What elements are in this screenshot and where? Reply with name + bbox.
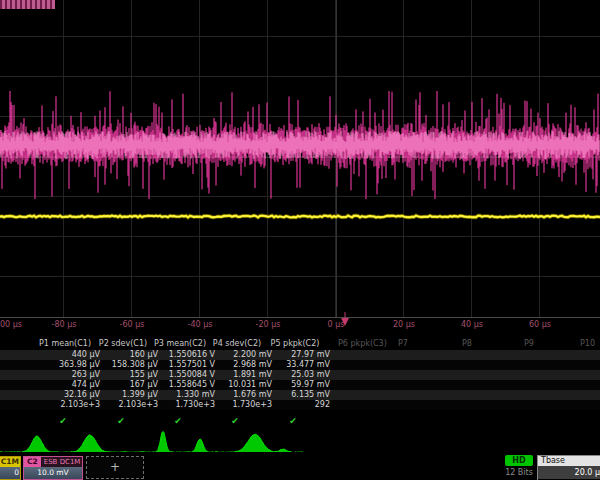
add-trace-button[interactable]: + (86, 456, 144, 479)
oscilloscope-screen: 00 µs-80 µs-60 µs-40 µs-20 µs0 µs20 µs40… (0, 0, 600, 480)
measurement-table-header: P1 mean(C1)P2 sdev(C1)P3 mean(C2)P4 sdev… (0, 338, 600, 349)
c2-coupling-tag: ESB DC1M (41, 458, 81, 466)
measurement-status-row: ✔✔✔✔✔ (0, 414, 600, 426)
measure-cell: 33.477 mV (260, 360, 330, 369)
measure-header-dim-7[interactable]: P7 (398, 339, 408, 348)
measure-row: 32.16 µV1.399 µV1.330 mV1.676 mV6.135 mV (0, 390, 600, 400)
channel-c2-descriptor[interactable]: C2 ESB DC1M 10.0 mV (23, 456, 83, 480)
status-check-icon: ✔ (59, 416, 67, 426)
measure-cell: 6.135 mV (260, 390, 330, 399)
c1-coupling-tag: C1M (0, 457, 20, 467)
timebase-value: 20.0 µ (538, 466, 600, 479)
c2-volts-per-div: 10.0 mV (24, 467, 82, 479)
channel-c1-descriptor[interactable]: C1M 0 mV (0, 456, 21, 480)
timebase-title: Tbase (538, 456, 600, 466)
status-check-icon: ✔ (231, 416, 239, 426)
plus-icon: + (110, 460, 120, 474)
measure-row: 2.103e+32.103e+31.730e+31.730e+3292 (0, 400, 600, 410)
status-check-icon: ✔ (289, 416, 297, 426)
measure-header-dim-6[interactable]: P6 pkpk(C3) (338, 339, 387, 348)
c1-volts-per-div: 0 mV (0, 467, 20, 479)
measure-cell: 292 (260, 400, 330, 409)
measure-cell: 27.97 mV (260, 350, 330, 359)
hd-bits-label: 12 Bits (502, 468, 536, 477)
status-check-icon: ✔ (174, 416, 182, 426)
measure-cell: 25.03 mV (260, 370, 330, 379)
status-check-icon: ✔ (117, 416, 125, 426)
hd-mode-badge[interactable]: HD (505, 455, 533, 466)
measure-header-dim-10[interactable]: P10 (580, 339, 595, 348)
measure-row: 263 µV155 µV1.550084 V1.891 mV25.03 mV (0, 370, 600, 380)
measure-row: 440 µV160 µV1.550616 V2.200 mV27.97 mV (0, 350, 600, 360)
timebase-descriptor[interactable]: Tbase 20.0 µ (537, 455, 600, 480)
measure-cell: 59.97 mV (260, 380, 330, 389)
measure-row: 363.98 µV158.308 µV1.557501 V2.968 mV33.… (0, 360, 600, 370)
measure-header-dim-8[interactable]: P8 (462, 339, 472, 348)
c2-label: C2 (24, 457, 41, 467)
measure-row: 474 µV167 µV1.558645 V10.031 mV59.97 mV (0, 380, 600, 390)
measure-header-5[interactable]: P5 pkpk(C2) (260, 339, 330, 348)
measure-header-dim-9[interactable]: P9 (524, 339, 534, 348)
